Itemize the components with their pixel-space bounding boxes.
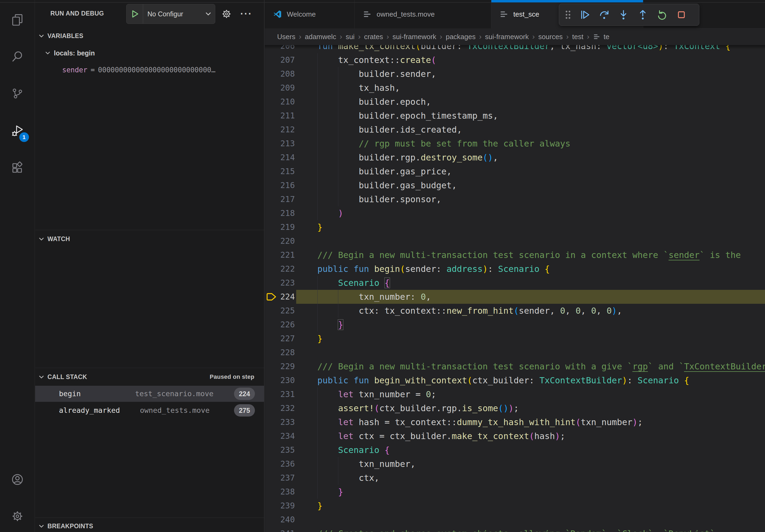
code-text: ctx,: [265, 471, 765, 485]
variables-scope-row[interactable]: locals: begin: [44, 46, 95, 60]
code-line-226[interactable]: 226 }: [265, 318, 765, 332]
step-over-button[interactable]: [594, 5, 614, 24]
breadcrumb-separator: ›: [532, 32, 535, 41]
section-divider: [35, 230, 264, 230]
code-line-210[interactable]: 210 builder.epoch,: [265, 95, 765, 109]
code-line-225[interactable]: 225 ctx: tx_context::new_from_hint(sende…: [265, 304, 765, 318]
debug-configuration-dropdown[interactable]: No Configur: [126, 4, 215, 24]
code-line-239[interactable]: 239 }: [265, 499, 765, 513]
code-line-213[interactable]: 213 // rgp must be set from the caller a…: [265, 136, 765, 150]
debug-settings-gear-button[interactable]: [219, 6, 235, 22]
continue-button[interactable]: [575, 5, 594, 24]
source-control-icon: [11, 87, 24, 100]
continue-icon: [579, 9, 591, 21]
account-icon: [11, 473, 24, 486]
chevron-down-icon: [38, 235, 45, 243]
code-line-233[interactable]: 233 let hash = tx_context::dummy_tx_hash…: [265, 415, 765, 429]
code-line-224[interactable]: 224 txn_number: 0,: [265, 290, 765, 304]
breadcrumb-item[interactable]: test: [572, 33, 583, 41]
code-line-231[interactable]: 231 let txn_number = 0;: [265, 387, 765, 401]
tab-owned-tests-move[interactable]: owned_tests.move: [355, 0, 491, 28]
vscode-logo-icon: [273, 10, 282, 19]
code-line-229[interactable]: 229 /// Begin a new multi-transaction te…: [265, 360, 765, 374]
toolbar-drag-handle[interactable]: [561, 5, 575, 24]
editor-group: Welcomeowned_tests.movetest_sce Users›ad…: [265, 0, 765, 532]
breadcrumb-item[interactable]: packages: [446, 33, 475, 41]
activity-bar-item-search[interactable]: [9, 48, 26, 65]
code-text: public fun begin_with_context(ctx_builde…: [265, 374, 765, 387]
line-number[interactable]: 240: [265, 513, 295, 527]
breadcrumb-item[interactable]: crates: [364, 33, 383, 41]
code-line-219[interactable]: 219 }: [265, 220, 765, 234]
activity-bar-item-explorer[interactable]: [9, 11, 26, 28]
watch-section-header[interactable]: WATCH: [35, 232, 264, 245]
section-divider: [35, 368, 264, 368]
code-line-221[interactable]: 221 /// Begin a new multi-transaction te…: [265, 248, 765, 262]
code-line-234[interactable]: 234 let ctx = ctx_builder.make_tx_contex…: [265, 429, 765, 443]
line-number[interactable]: 228: [265, 346, 295, 360]
breadcrumb-item[interactable]: sui-framework: [485, 33, 529, 41]
line-number[interactable]: 220: [265, 234, 295, 248]
code-line-238[interactable]: 238 }: [265, 485, 765, 499]
restart-button[interactable]: [652, 5, 672, 24]
code-text: }: [265, 318, 765, 332]
code-line-237[interactable]: 237 ctx,: [265, 471, 765, 485]
code-text: builder.sender,: [265, 67, 765, 81]
code-line-232[interactable]: 232 assert!(ctx_builder.rgp.is_some());: [265, 401, 765, 415]
activity-bar-item-account[interactable]: [9, 471, 26, 488]
code-line-217[interactable]: 217 builder.sponsor,: [265, 192, 765, 206]
code-text: txn_number,: [265, 457, 765, 471]
call-stack-section-header[interactable]: CALL STACK Paused on step: [35, 371, 264, 383]
code-text: Scenario {: [265, 276, 765, 290]
code-text: }: [265, 332, 765, 346]
stack-frame-already_marked[interactable]: already_markedowned_tests.move275: [35, 402, 264, 418]
breakpoints-section-header[interactable]: BREAKPOINTS: [35, 520, 264, 532]
code-line-215[interactable]: 215 builder.gas_price,: [265, 164, 765, 178]
run-and-debug-sidebar: RUN AND DEBUG No Configur ··· VARIABLES …: [35, 0, 265, 532]
code-editor[interactable]: 206 fun make_tx_context(builder: TxConte…: [265, 45, 765, 532]
code-text: tx_context::create(: [265, 53, 765, 67]
code-line-230[interactable]: 230 public fun begin_with_context(ctx_bu…: [265, 374, 765, 387]
stop-button[interactable]: [672, 5, 691, 24]
code-line-222[interactable]: 222 public fun begin(sender: address): S…: [265, 262, 765, 276]
breadcrumb-item[interactable]: sui: [346, 33, 355, 41]
breadcrumb-item[interactable]: sources: [538, 33, 563, 41]
code-line-235[interactable]: 235 Scenario {: [265, 443, 765, 457]
views-more-actions-button[interactable]: ···: [238, 6, 254, 22]
start-debug-button[interactable]: [127, 4, 143, 24]
code-line-218[interactable]: 218 ): [265, 206, 765, 220]
breadcrumb-file[interactable]: te: [604, 33, 609, 41]
breadcrumb-item[interactable]: sui-framework: [392, 33, 436, 41]
code-line-216[interactable]: 216 builder.gas_budget,: [265, 178, 765, 192]
code-line-220[interactable]: 220: [265, 234, 765, 248]
variable-row[interactable]: sender = 000000000000000000000000000…: [62, 63, 216, 77]
code-line-227[interactable]: 227 }: [265, 332, 765, 346]
breadcrumb-item[interactable]: adamwelc: [305, 33, 336, 41]
config-dropdown-label: No Configur: [143, 10, 204, 18]
code-line-223[interactable]: 223 Scenario {: [265, 276, 765, 290]
stack-frame-begin[interactable]: begintest_scenario.move224: [35, 386, 264, 402]
code-line-206[interactable]: 206 fun make_tx_context(builder: TxConte…: [265, 45, 765, 53]
breadcrumb-separator: ›: [340, 32, 342, 41]
tab-welcome[interactable]: Welcome: [265, 0, 355, 28]
step-out-button[interactable]: [633, 5, 652, 24]
code-line-214[interactable]: 214 builder.rgp.destroy_some(),: [265, 150, 765, 164]
code-line-207[interactable]: 207 tx_context::create(: [265, 53, 765, 67]
variables-header-label: VARIABLES: [47, 32, 83, 40]
code-line-212[interactable]: 212 builder.ids_created,: [265, 123, 765, 136]
code-line-228[interactable]: 228: [265, 346, 765, 360]
breadcrumb-item[interactable]: Users: [277, 33, 296, 41]
code-line-208[interactable]: 208 builder.sender,: [265, 67, 765, 81]
step-into-button[interactable]: [614, 5, 633, 24]
activity-bar-item-source-control[interactable]: [9, 85, 26, 102]
code-line-209[interactable]: 209 tx_hash,: [265, 81, 765, 95]
code-line-241[interactable]: 241 /// Creates and shares system object…: [265, 527, 765, 532]
activity-bar-item-settings[interactable]: [9, 507, 26, 525]
code-line-211[interactable]: 211 builder.epoch_timestamp_ms,: [265, 109, 765, 123]
code-line-236[interactable]: 236 txn_number,: [265, 457, 765, 471]
activity-bar-item-extensions[interactable]: [9, 159, 26, 177]
code-line-240[interactable]: 240: [265, 513, 765, 527]
variables-section-header[interactable]: VARIABLES: [35, 30, 264, 42]
activity-bar-item-run-and-debug[interactable]: 1: [9, 122, 26, 140]
chevron-down-icon: [38, 374, 45, 381]
